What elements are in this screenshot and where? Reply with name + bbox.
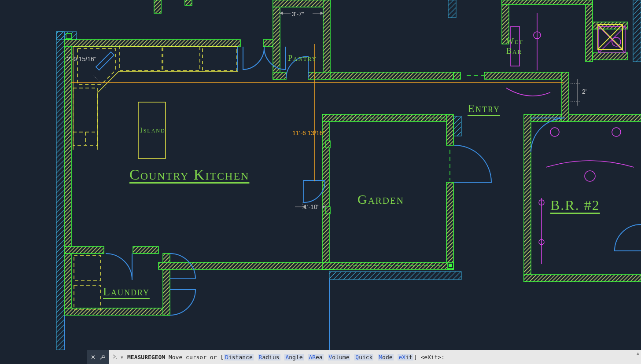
command-option-exit[interactable]: eXit	[398, 354, 413, 360]
dim-1-10: 1'-10"	[304, 203, 320, 210]
svg-point-91	[585, 171, 595, 181]
svg-rect-42	[326, 207, 330, 214]
svg-line-76	[92, 75, 106, 88]
svg-rect-59	[74, 255, 100, 281]
svg-rect-12	[64, 40, 240, 47]
room-label-br2: B.R. #2	[550, 197, 600, 213]
svg-rect-11	[64, 40, 71, 313]
svg-rect-23	[133, 246, 158, 254]
svg-rect-67	[96, 52, 114, 70]
room-label-pantry: Pantry	[288, 54, 317, 63]
svg-point-90	[612, 128, 621, 136]
svg-rect-20	[484, 72, 564, 79]
room-label-laundry: Laundry	[103, 285, 150, 298]
recent-commands-dropdown-icon[interactable]: ▾	[120, 354, 125, 360]
svg-rect-30	[446, 182, 453, 269]
room-label-wetbar-1: Wet	[506, 37, 523, 46]
room-label-island: Island	[140, 126, 166, 135]
cmdbar-spacer	[0, 350, 87, 364]
svg-rect-54	[163, 47, 200, 70]
svg-rect-26	[158, 262, 335, 269]
command-option-angle[interactable]: Angle	[284, 354, 303, 360]
svg-rect-44	[185, 0, 192, 5]
command-prompt-suffix: ] <eXit>:	[414, 354, 445, 360]
svg-rect-3	[56, 32, 64, 350]
svg-rect-40	[562, 72, 569, 121]
command-option-volume[interactable]: Volume	[328, 354, 350, 360]
svg-rect-7	[448, 0, 456, 18]
svg-rect-5	[329, 272, 461, 279]
close-commandline-icon[interactable]: ✕	[89, 353, 96, 360]
commandbar-icon-group: ✕	[87, 350, 109, 364]
room-label-garden: Garden	[357, 192, 404, 207]
svg-rect-36	[586, 0, 593, 62]
dim-11-6: 11'-6 13/16"	[292, 129, 325, 136]
svg-rect-32	[524, 114, 531, 282]
svg-rect-15	[273, 0, 330, 7]
svg-rect-27	[322, 114, 329, 269]
command-option-quick[interactable]: Quick	[354, 354, 373, 360]
svg-rect-53	[120, 47, 162, 70]
drawing-canvas[interactable]	[0, 0, 641, 350]
svg-rect-6	[453, 116, 461, 136]
svg-rect-21	[453, 72, 460, 79]
svg-rect-33	[524, 275, 641, 282]
dim-3-7: 3'-7"	[292, 11, 304, 18]
svg-rect-41	[326, 141, 330, 148]
room-label-country-kitchen: Country Kitchen	[129, 166, 249, 183]
svg-rect-60	[74, 285, 100, 310]
svg-rect-49	[66, 33, 71, 39]
svg-point-89	[550, 128, 559, 136]
room-label-wetbar-2: Bar	[506, 47, 522, 56]
command-option-radius[interactable]: Radius	[258, 354, 280, 360]
svg-rect-43	[154, 0, 161, 13]
svg-rect-22	[64, 246, 104, 254]
svg-rect-18	[308, 72, 330, 79]
command-name: MEASUREGEOM	[127, 354, 165, 360]
svg-rect-56	[73, 88, 98, 145]
svg-rect-19	[330, 72, 453, 79]
command-history-up-icon[interactable]: ▲	[637, 351, 639, 356]
command-text: MEASUREGEOM Move cursor or [Distance Rad…	[127, 354, 445, 360]
room-label-entry: Entry	[468, 102, 500, 115]
dim-2-9: 2'-9 15/16"	[67, 55, 96, 63]
svg-rect-51	[449, 264, 452, 267]
command-prompt-prefix: Move cursor or [	[165, 354, 224, 360]
customize-icon[interactable]	[99, 353, 106, 360]
svg-rect-24	[64, 308, 170, 315]
command-input[interactable]: ▾ MEASUREGEOM Move cursor or [Distance R…	[109, 350, 641, 364]
svg-line-64	[98, 71, 119, 92]
command-prompt-icon	[112, 354, 118, 360]
command-option-distance[interactable]: Distance	[224, 354, 254, 360]
svg-rect-16	[323, 0, 330, 79]
command-option-mode[interactable]: Mode	[378, 354, 393, 360]
command-bar: ✕ ▾ MEASUREGEOM Move cursor or [Distance…	[0, 350, 641, 364]
svg-rect-55	[203, 47, 237, 70]
svg-rect-17	[273, 72, 286, 79]
svg-rect-29	[446, 114, 453, 145]
svg-rect-8	[633, 0, 641, 62]
svg-rect-37	[502, 0, 593, 4]
dim-2ft: 2'	[582, 88, 586, 95]
svg-rect-39	[593, 53, 628, 60]
command-option-area[interactable]: ARea	[308, 354, 323, 360]
